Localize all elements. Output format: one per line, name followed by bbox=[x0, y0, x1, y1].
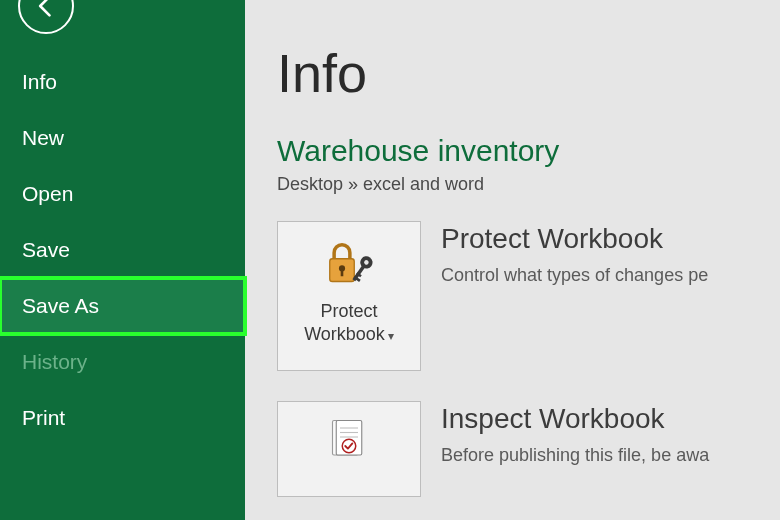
protect-section: Protect Workbook▾ Protect Workbook Contr… bbox=[277, 221, 780, 371]
inspect-title: Inspect Workbook bbox=[441, 403, 780, 435]
document-title: Warehouse inventory bbox=[277, 134, 780, 168]
svg-rect-2 bbox=[341, 269, 344, 276]
sidebar-item-save[interactable]: Save bbox=[0, 222, 245, 278]
page-title: Info bbox=[277, 42, 780, 104]
document-check-icon bbox=[321, 412, 377, 468]
inspect-workbook-button[interactable] bbox=[277, 401, 421, 497]
sidebar-item-print[interactable]: Print bbox=[0, 390, 245, 446]
protect-tile-label: Protect Workbook▾ bbox=[284, 300, 414, 345]
back-button[interactable] bbox=[18, 0, 74, 34]
inspect-desc: Before publishing this file, be awa bbox=[441, 443, 780, 468]
sidebar-item-info[interactable]: Info bbox=[0, 54, 245, 110]
sidebar-item-save-as[interactable]: Save As bbox=[0, 278, 245, 334]
sidebar-item-new[interactable]: New bbox=[0, 110, 245, 166]
sidebar-menu: Info New Open Save Save As History Print bbox=[0, 54, 245, 446]
sidebar-item-open[interactable]: Open bbox=[0, 166, 245, 222]
protect-title: Protect Workbook bbox=[441, 223, 780, 255]
inspect-body: Inspect Workbook Before publishing this … bbox=[441, 401, 780, 468]
info-pane: Info Warehouse inventory Desktop » excel… bbox=[245, 0, 780, 520]
backstage-view: Info New Open Save Save As History Print… bbox=[0, 0, 780, 520]
protect-desc: Control what types of changes pe bbox=[441, 263, 780, 288]
sidebar-item-history[interactable]: History bbox=[0, 334, 245, 390]
breadcrumb: Desktop » excel and word bbox=[277, 174, 780, 195]
protect-workbook-button[interactable]: Protect Workbook▾ bbox=[277, 221, 421, 371]
inspect-section: Inspect Workbook Before publishing this … bbox=[277, 401, 780, 497]
backstage-sidebar: Info New Open Save Save As History Print bbox=[0, 0, 245, 520]
lock-key-icon bbox=[321, 236, 377, 292]
arrow-left-icon bbox=[32, 0, 60, 20]
protect-body: Protect Workbook Control what types of c… bbox=[441, 221, 780, 288]
dropdown-caret-icon: ▾ bbox=[388, 329, 394, 343]
